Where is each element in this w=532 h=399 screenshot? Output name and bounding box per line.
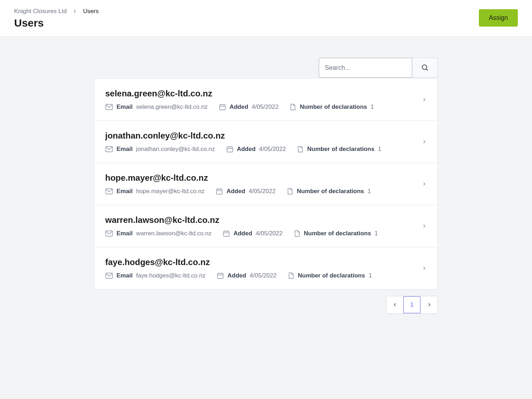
page-number-button[interactable]: 1 [403, 296, 420, 313]
user-email-title: selena.green@kc-ltd.co.nz [105, 89, 422, 99]
user-email-title: jonathan.conley@kc-ltd.co.nz [105, 131, 422, 141]
user-email-title: faye.hodges@kc-ltd.co.nz [105, 257, 422, 267]
calendar-icon [216, 188, 223, 195]
search-button[interactable] [412, 58, 438, 78]
list-item[interactable]: jonathan.conley@kc-ltd.co.nz Email jonat… [95, 121, 437, 163]
meta-value-declarations: 1 [368, 188, 371, 195]
meta-value-email: selena.green@kc-ltd.co.nz [136, 103, 208, 111]
meta-label-declarations: Number of declarations [300, 103, 367, 111]
assign-button[interactable]: Assign [479, 9, 518, 27]
list-item-content: jonathan.conley@kc-ltd.co.nz Email jonat… [105, 131, 422, 153]
meta-label-email: Email [117, 103, 132, 111]
meta-declarations: Number of declarations 1 [294, 230, 378, 237]
chevron-right-icon [422, 181, 427, 187]
list-item-content: faye.hodges@kc-ltd.co.nz Email faye.hodg… [105, 257, 422, 279]
meta-label-added: Added [237, 146, 256, 153]
list-item[interactable]: faye.hodges@kc-ltd.co.nz Email faye.hodg… [95, 247, 437, 289]
user-meta: Email jonathan.conley@kc-ltd.co.nz Added… [105, 146, 422, 153]
meta-value-declarations: 1 [375, 230, 378, 237]
meta-value-added: 4/05/2022 [249, 188, 276, 195]
user-meta: Email hope.mayer@kc-ltd.co.nz Added 4/05… [105, 188, 422, 195]
calendar-icon [226, 146, 233, 153]
page-title: Users [14, 17, 99, 29]
chevron-right-icon [422, 265, 427, 271]
meta-declarations: Number of declarations 1 [297, 146, 381, 153]
email-icon [105, 230, 113, 237]
user-list: selena.green@kc-ltd.co.nz Email selena.g… [94, 78, 438, 290]
meta-added: Added 4/05/2022 [217, 272, 277, 279]
meta-added: Added 4/05/2022 [223, 230, 283, 237]
meta-declarations: Number of declarations 1 [290, 103, 374, 111]
meta-value-added: 4/05/2022 [252, 103, 279, 111]
search-input[interactable] [319, 58, 412, 78]
calendar-icon [223, 230, 230, 237]
pagination-group: 1 [386, 296, 438, 314]
meta-email: Email hope.mayer@kc-ltd.co.nz [105, 188, 204, 195]
search-icon [421, 63, 429, 72]
meta-label-added: Added [226, 188, 245, 195]
meta-value-email: hope.mayer@kc-ltd.co.nz [136, 188, 204, 195]
breadcrumb-org[interactable]: Knight Closures Ltd [14, 8, 67, 15]
svg-rect-18 [223, 231, 229, 237]
meta-label-declarations: Number of declarations [304, 230, 371, 237]
breadcrumb: Knight Closures Ltd Users [14, 8, 99, 15]
svg-point-0 [422, 65, 427, 69]
calendar-icon [217, 272, 224, 279]
meta-label-added: Added [227, 272, 246, 279]
list-item[interactable]: warren.lawson@kc-ltd.co.nz Email warren.… [95, 205, 437, 247]
chevron-right-icon [422, 223, 427, 229]
email-icon [105, 188, 113, 195]
meta-value-email: warren.lawson@kc-ltd.co.nz [136, 230, 211, 237]
user-meta: Email faye.hodges@kc-ltd.co.nz Added 4/0… [105, 272, 422, 279]
svg-line-1 [426, 69, 428, 71]
breadcrumb-wrap: Knight Closures Ltd Users Users [14, 8, 99, 29]
meta-email: Email jonathan.conley@kc-ltd.co.nz [105, 146, 215, 153]
meta-label-added: Added [230, 103, 248, 111]
user-meta: Email warren.lawson@kc-ltd.co.nz Added 4… [105, 230, 422, 237]
svg-rect-8 [227, 147, 233, 152]
meta-label-declarations: Number of declarations [307, 146, 374, 153]
meta-label-declarations: Number of declarations [298, 272, 365, 279]
svg-rect-3 [220, 105, 225, 110]
user-email-title: hope.mayer@kc-ltd.co.nz [105, 173, 422, 183]
content: selena.green@kc-ltd.co.nz Email selena.g… [0, 36, 532, 324]
page-prev-button[interactable] [386, 296, 403, 313]
email-icon [105, 104, 113, 110]
list-item[interactable]: selena.green@kc-ltd.co.nz Email selena.g… [95, 79, 437, 121]
document-icon [288, 272, 294, 279]
pagination: 1 [94, 296, 438, 314]
list-item[interactable]: hope.mayer@kc-ltd.co.nz Email hope.mayer… [95, 163, 437, 205]
meta-label-email: Email [117, 230, 132, 237]
breadcrumb-current[interactable]: Users [83, 8, 98, 15]
user-meta: Email selena.green@kc-ltd.co.nz Added 4/… [105, 103, 422, 111]
page-header: Knight Closures Ltd Users Users Assign [0, 0, 532, 36]
document-icon [287, 188, 293, 195]
page-next-button[interactable] [420, 296, 437, 313]
email-icon [105, 272, 113, 279]
email-icon [105, 146, 113, 152]
document-icon [294, 230, 300, 237]
document-icon [297, 146, 304, 153]
meta-value-added: 4/05/2022 [250, 272, 277, 279]
chevron-right-icon [422, 96, 427, 103]
meta-email: Email faye.hodges@kc-ltd.co.nz [105, 272, 205, 279]
svg-rect-23 [217, 274, 223, 279]
meta-label-email: Email [117, 146, 132, 153]
document-icon [290, 103, 296, 111]
meta-value-declarations: 1 [378, 146, 381, 153]
chevron-right-icon [422, 139, 427, 145]
meta-label-added: Added [233, 230, 252, 237]
meta-added: Added 4/05/2022 [226, 146, 286, 153]
meta-value-added: 4/05/2022 [256, 230, 283, 237]
meta-value-declarations: 1 [369, 272, 372, 279]
meta-added: Added 4/05/2022 [219, 103, 279, 111]
user-email-title: warren.lawson@kc-ltd.co.nz [105, 215, 422, 225]
calendar-icon [219, 103, 226, 111]
meta-value-declarations: 1 [370, 103, 374, 111]
meta-label-email: Email [117, 272, 132, 279]
meta-value-added: 4/05/2022 [259, 146, 286, 153]
meta-value-email: faye.hodges@kc-ltd.co.nz [136, 272, 205, 279]
meta-label-email: Email [117, 188, 132, 195]
chevron-right-icon [73, 9, 77, 14]
meta-email: Email selena.green@kc-ltd.co.nz [105, 103, 208, 111]
